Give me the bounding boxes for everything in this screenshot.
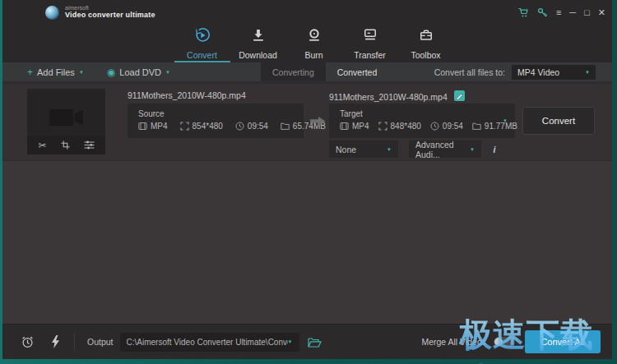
- toggle-knob: [494, 338, 503, 346]
- queue-tabs: Converting Converted: [261, 62, 388, 81]
- audio-select[interactable]: Advanced Audi... ▼: [409, 141, 481, 158]
- add-files-button[interactable]: + Add Files ▼: [27, 67, 84, 77]
- target-specs: MP4 848*480 09:54: [340, 122, 515, 131]
- load-dvd-caret-icon[interactable]: ▼: [165, 70, 170, 75]
- edit-toolbar: ✂: [27, 136, 105, 154]
- crop-icon[interactable]: [61, 141, 70, 151]
- cart-icon[interactable]: [518, 7, 529, 18]
- high-speed-bolt-icon[interactable]: [51, 335, 60, 348]
- maximize-button[interactable]: □: [584, 8, 590, 17]
- format-icon: MP4: [352, 122, 369, 131]
- info-button[interactable]: i: [487, 141, 502, 158]
- clock-icon: 09:54: [443, 122, 463, 131]
- rename-edit-icon[interactable]: [454, 90, 465, 103]
- effect-caret-icon: ▼: [387, 147, 392, 152]
- format-icon: MP4: [151, 122, 168, 131]
- tab-convert[interactable]: Convert: [174, 25, 230, 62]
- transfer-device-icon: [362, 27, 378, 47]
- bottom-bar: Output C:\Aimersoft Video Converter Ulti…: [2, 324, 612, 359]
- toolbox-icon: [418, 27, 434, 47]
- file-list-empty-area: [2, 161, 612, 324]
- convert-all-files-label: Convert all files to:: [434, 67, 505, 77]
- tab-download-label: Download: [239, 50, 277, 60]
- app-frame: aimersoft Video converter ultimate: [0, 0, 617, 364]
- tab-transfer[interactable]: Transfer: [342, 25, 398, 62]
- register-key-icon[interactable]: [537, 7, 548, 18]
- output-path-select[interactable]: C:\Aimersoft Video Converter Ultimate\Co…: [120, 333, 299, 352]
- target-panel: Target MP4 848*480: [329, 104, 515, 138]
- open-folder-icon[interactable]: [308, 337, 322, 348]
- folder-icon: 91.77MB: [485, 122, 517, 131]
- load-dvd-label: Load DVD: [119, 67, 161, 77]
- divider: [74, 333, 75, 351]
- clock-icon: 09:54: [248, 122, 268, 131]
- target-filename: 911Mothers_2010W-480p.mp4: [329, 92, 448, 102]
- target-format-caret-icon[interactable]: ▼: [503, 118, 508, 123]
- tab-download[interactable]: Download: [230, 25, 286, 62]
- tab-toolbox-label: Toolbox: [411, 50, 440, 60]
- output-format-select[interactable]: MP4 Video ▼: [512, 65, 596, 80]
- video-thumbnail[interactable]: ✂: [27, 89, 105, 154]
- toolbar: + Add Files ▼ ◉ Load DVD ▼ Converting Co…: [2, 62, 612, 81]
- source-to-target-arrow-icon: [310, 115, 326, 130]
- minimize-button[interactable]: ─: [569, 8, 576, 17]
- app-title: Video converter ultimate: [65, 12, 155, 20]
- resolution-icon: 848*480: [391, 122, 421, 131]
- output-path-value: C:\Aimersoft Video Converter Ultimate\Co…: [127, 338, 288, 347]
- source-duration: 09:54: [235, 122, 268, 131]
- audio-value: Advanced Audi...: [415, 140, 470, 159]
- merge-all-videos-label: Merge All Videos: [421, 337, 486, 347]
- add-files-label: Add Files: [37, 67, 75, 77]
- target-filename-row: 911Mothers_2010W-480p.mp4: [329, 90, 465, 103]
- merge-toggle[interactable]: [494, 337, 515, 347]
- effect-select[interactable]: None ▼: [329, 141, 398, 158]
- source-filename: 911Mothers_2010W-480p.mp4: [128, 90, 246, 100]
- effects-sliders-icon[interactable]: [84, 141, 95, 151]
- disc-icon: ◉: [107, 67, 115, 77]
- effect-value: None: [336, 145, 356, 154]
- convert-button[interactable]: Convert: [522, 107, 595, 135]
- convert-all-zone: Convert all files to: MP4 Video ▼: [434, 65, 596, 80]
- target-size: 91.77MB: [472, 122, 517, 131]
- target-label: Target: [340, 109, 515, 118]
- output-label: Output: [87, 337, 114, 347]
- file-row: ✂ 911M: [2, 81, 612, 161]
- trim-scissors-icon[interactable]: ✂: [38, 141, 46, 150]
- tab-toolbox[interactable]: Toolbox: [398, 25, 454, 62]
- tab-transfer-label: Transfer: [354, 50, 386, 60]
- target-format: MP4: [340, 122, 369, 131]
- nav-tabs: Convert Download: [9, 25, 612, 62]
- output-path-caret-icon: ▼: [288, 339, 293, 344]
- source-resolution: 854*480: [180, 122, 223, 131]
- tab-converted[interactable]: Converted: [326, 62, 388, 81]
- plus-icon: +: [27, 67, 33, 77]
- load-dvd-button[interactable]: ◉ Load DVD ▼: [107, 67, 170, 77]
- app-window: aimersoft Video converter ultimate: [2, 0, 612, 359]
- titlebar: aimersoft Video converter ultimate: [2, 0, 612, 25]
- tab-burn-label: Burn: [304, 50, 322, 60]
- app-logo-icon: [45, 6, 59, 20]
- convert-icon: [194, 27, 211, 47]
- download-icon: [250, 27, 267, 47]
- convert-all-button[interactable]: Convert All: [525, 330, 601, 353]
- target-resolution: 848*480: [378, 122, 421, 131]
- source-specs: MP4 854*480 09:54: [138, 122, 304, 131]
- burn-disc-icon: [306, 27, 322, 47]
- video-camera-icon: [49, 108, 84, 130]
- schedule-alarm-icon[interactable]: [21, 335, 35, 349]
- tab-converting[interactable]: Converting: [261, 62, 326, 81]
- tab-convert-label: Convert: [187, 50, 217, 60]
- close-button[interactable]: ✕: [598, 8, 605, 17]
- source-label: Source: [138, 109, 304, 118]
- main-nav: Convert Download: [2, 25, 612, 62]
- target-duration: 09:54: [430, 122, 463, 131]
- resolution-icon: 854*480: [193, 122, 223, 131]
- add-files-caret-icon[interactable]: ▼: [79, 70, 84, 75]
- titlebar-controls: ≡ ─ □ ✕: [518, 0, 605, 25]
- source-format: MP4: [138, 122, 168, 131]
- menu-icon[interactable]: ≡: [556, 8, 561, 17]
- brand-block: aimersoft Video converter ultimate: [65, 5, 155, 20]
- source-panel: Source MP4 854*480: [128, 104, 304, 138]
- format-caret-icon: ▼: [585, 70, 590, 75]
- tab-burn[interactable]: Burn: [286, 25, 342, 62]
